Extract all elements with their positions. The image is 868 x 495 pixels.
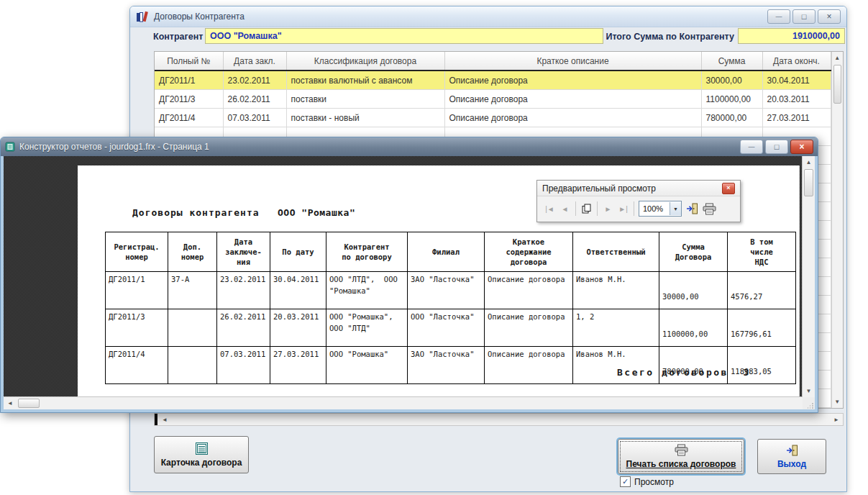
preview-checkbox[interactable]: ✓ Просмотр	[620, 476, 674, 487]
report-cell: 167796,61	[728, 309, 796, 347]
report-cell: ДГ2011/3	[106, 309, 168, 347]
scrollbar-thumb[interactable]	[833, 65, 842, 104]
cell-classification[interactable]: поставки - новый	[286, 109, 444, 127]
close-button[interactable]: ×	[818, 9, 841, 24]
preview-close-button[interactable]: ×	[722, 183, 735, 194]
resize-grip[interactable]	[803, 397, 815, 409]
chevron-down-icon[interactable]: ▼	[670, 202, 681, 215]
contract-card-label: Карточка договора	[161, 458, 242, 468]
column-header-classification[interactable]: Классификация договора	[286, 52, 444, 71]
cell-description[interactable]: Описание договора	[444, 71, 701, 90]
checkbox-check-icon[interactable]: ✓	[620, 476, 631, 487]
minimize-icon: —	[749, 144, 755, 150]
table-row[interactable]: ДГ2011/3 26.02.2011 поставки Описание до…	[155, 90, 831, 109]
report-col-summary: Краткое содержание договора	[485, 232, 573, 272]
first-page-button[interactable]: |◄	[542, 201, 557, 217]
report-col-counterparty: Контрагент по договору	[326, 232, 408, 272]
cell-date[interactable]: 26.02.2011	[223, 90, 286, 109]
cell-classification[interactable]: поставки валютный с авансом	[286, 71, 444, 90]
print-button[interactable]	[700, 201, 718, 217]
scroll-left-icon[interactable]: ◄	[162, 414, 168, 425]
column-header-date[interactable]: Дата закл.	[223, 52, 286, 71]
cell-end-date[interactable]: 30.04.2011	[762, 71, 831, 90]
report-cell: 26.02.2011	[217, 309, 270, 347]
report-row: ДГ2011/1 37-А 23.02.2011 30.04.2011 ООО …	[106, 272, 796, 309]
minimize-button[interactable]: —	[740, 140, 763, 154]
cell-end-date[interactable]: 27.03.2011	[762, 109, 831, 127]
column-header-end-date[interactable]: Дата оконч.	[762, 52, 831, 71]
contracts-window-title: Договоры Контрагента	[154, 12, 245, 22]
zoom-select[interactable]: 100% ▼	[639, 201, 682, 217]
maximize-icon: □	[802, 14, 807, 20]
pages-icon[interactable]	[579, 201, 594, 217]
report-cell: Описание договора	[485, 347, 573, 384]
preview-vertical-scrollbar[interactable]: ▲ ▼	[802, 156, 815, 397]
zoom-value: 100%	[639, 204, 670, 213]
scroll-up-icon[interactable]: ▲	[832, 55, 844, 61]
preview-toolbar-title: Предварительный просмотр	[542, 183, 656, 194]
next-page-button[interactable]: ►	[600, 201, 616, 217]
table-row[interactable]: ДГ2011/4 07.03.2011 поставки - новый Опи…	[155, 109, 831, 127]
cell-number[interactable]: ДГ2011/1	[155, 71, 223, 90]
toolbar-separator	[575, 201, 576, 216]
report-title: Договоры контрагента	[132, 207, 260, 218]
scroll-right-icon[interactable]: ►	[833, 414, 839, 425]
cell-description[interactable]: Описание договора	[444, 109, 701, 127]
column-header-number[interactable]: Полный №	[155, 52, 223, 71]
exit-button[interactable]: Выход	[757, 439, 826, 474]
total-sum-label: Итого Сумма по Контрагенту	[590, 29, 734, 45]
report-col-addnum: Доп. номер	[168, 232, 217, 272]
cell-number[interactable]: ДГ2011/4	[155, 109, 223, 127]
preview-checkbox-label: Просмотр	[634, 477, 674, 487]
scroll-down-icon[interactable]: ▼	[832, 399, 844, 405]
last-page-button[interactable]: ►|	[616, 201, 631, 217]
report-col-startdate: Дата заключе- ния	[217, 232, 270, 272]
preview-toolbar: Предварительный просмотр × |◄ ◄ ► ►| 100…	[536, 180, 741, 222]
scrollbar-thumb[interactable]	[804, 169, 813, 196]
preview-toolbar-buttons: |◄ ◄ ► ►| 100% ▼	[537, 196, 740, 221]
report-cell: ДГ2011/4	[106, 347, 168, 384]
cell-classification[interactable]: поставки	[286, 90, 444, 109]
counterparty-field[interactable]: ООО "Ромашка"	[205, 28, 603, 44]
report-cell: 780000,00	[659, 347, 728, 384]
cell-sum[interactable]: 30000,00	[701, 71, 762, 90]
report-col-enddate: По дату	[270, 232, 326, 272]
preview-horizontal-scrollbar[interactable]: ◄	[4, 396, 803, 409]
scroll-up-icon[interactable]: ▲	[803, 159, 815, 165]
report-cell: 1100000,00	[659, 309, 728, 347]
close-preview-button[interactable]	[683, 201, 700, 217]
report-cell: 4576,27	[728, 272, 796, 309]
cell-end-date[interactable]: 20.03.2011	[762, 90, 831, 109]
contract-card-button[interactable]: Карточка договора	[154, 436, 249, 473]
table-vertical-scrollbar[interactable]: ▲ ▼	[831, 52, 844, 408]
minimize-button[interactable]: —	[767, 9, 790, 24]
report-col-regnum: Регистрац. номер	[106, 232, 168, 272]
report-preview-area: Договоры контрагента ООО "Ромашка" Регис…	[4, 156, 815, 409]
cell-description[interactable]: Описание договора	[444, 90, 701, 109]
previous-page-button[interactable]: ◄	[557, 201, 572, 217]
report-cell: 20.03.2011	[270, 309, 326, 347]
maximize-button[interactable]: □	[765, 140, 788, 154]
cell-date[interactable]: 23.02.2011	[223, 71, 286, 90]
contracts-window-titlebar[interactable]: Договоры Контрагента — □ ×	[130, 6, 846, 27]
scroll-down-icon[interactable]: ▼	[803, 388, 815, 394]
total-sum-field[interactable]: 1910000,00	[738, 28, 845, 44]
printer-icon	[675, 444, 688, 456]
cell-number[interactable]: ДГ2011/3	[155, 90, 223, 109]
close-button[interactable]: ×	[790, 140, 813, 154]
table-row[interactable]: ДГ2011/1 23.02.2011 поставки валютный с …	[155, 71, 831, 90]
scroll-left-icon[interactable]: ◄	[7, 397, 13, 409]
cell-date[interactable]: 07.03.2011	[223, 109, 286, 127]
cell-sum[interactable]: 780000,00	[701, 109, 762, 127]
column-header-sum[interactable]: Сумма	[701, 52, 762, 71]
scrollbar-thumb[interactable]	[18, 399, 40, 408]
maximize-button[interactable]: □	[792, 9, 816, 24]
report-window-titlebar[interactable]: Конструктор отчетов - jourdog1.frx - Стр…	[1, 137, 818, 156]
cell-sum[interactable]: 1100000,00	[701, 90, 762, 109]
table-horizontal-scrollbar[interactable]: ◄ ►	[154, 413, 844, 426]
column-header-description[interactable]: Краткое описание	[444, 52, 701, 71]
print-contract-list-button[interactable]: Печать списка договоров	[618, 439, 744, 474]
report-cell: ЗАО "Ласточка"	[408, 347, 485, 384]
preview-toolbar-titlebar[interactable]: Предварительный просмотр ×	[537, 181, 740, 196]
counterparty-label: Контрагент	[153, 29, 203, 45]
